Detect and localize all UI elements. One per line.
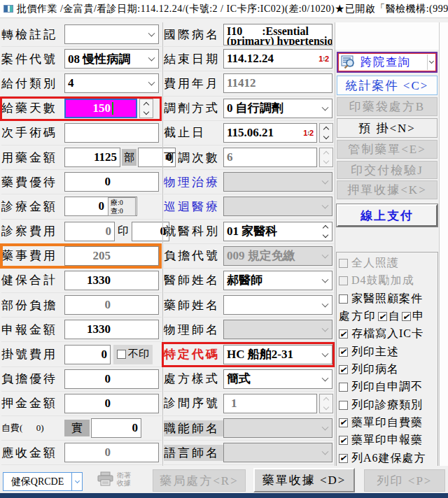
checkbox-print-self-declare[interactable]: 列印自申調不 <box>339 378 436 396</box>
dispensing-method-select[interactable]: 0 自行調劑 <box>223 99 332 118</box>
checkbox-whole-person-care[interactable]: 全人照護 <box>339 255 436 272</box>
checkbox-print-a6-nhi-rx[interactable]: ✔列A6建保處方 <box>339 449 436 467</box>
visit-department-spinner[interactable] <box>320 223 331 240</box>
checkbox-print-diagnosis[interactable]: ✔列印病名 <box>339 361 436 378</box>
deadline-date-input[interactable]: 115.06.21 1↕2 <box>223 123 317 143</box>
online-payment-button[interactable]: 線上支付 <box>337 204 438 227</box>
declared-amount-label: 申報金額 <box>1 322 64 338</box>
registration-fee-input[interactable]: 0 <box>64 345 111 364</box>
chevron-down-icon <box>323 404 329 410</box>
nhi-qrcode-label[interactable]: 健保QRCDE <box>3 472 72 491</box>
checkbox-print-chief-complaint[interactable]: ✔列印主述 <box>339 343 436 361</box>
copayment-input[interactable]: 0 <box>64 295 159 315</box>
chevron-down-icon <box>148 55 155 62</box>
checkbox[interactable]: ✔ <box>339 454 348 463</box>
checkbox[interactable] <box>339 401 348 410</box>
checkbox-d4-bonus[interactable]: D4鼓勵加成 <box>339 272 436 290</box>
row-self-pay: 自費( 0) 實 0 <box>1 416 162 441</box>
checkbox[interactable]: ✔ <box>339 418 348 427</box>
special-code-label: 特定代碼 <box>164 346 223 362</box>
chevron-down-icon[interactable] <box>323 232 328 237</box>
qrcode-dropdown-arrow[interactable] <box>72 472 83 491</box>
checkbox-family-doctor-case[interactable]: 家醫照顧案件 <box>339 290 436 308</box>
date-format-toggle-icon[interactable]: 1↕2 <box>303 129 314 137</box>
adjustable-times-input[interactable]: 6 <box>223 148 317 167</box>
date-format-toggle-icon[interactable]: 1↕2 <box>318 55 329 63</box>
middle-column: 國際病名 I10 :Essential(primary) hypertensio… <box>164 22 334 465</box>
copay-discount-label: 負擔優待 <box>1 371 64 387</box>
prescription-style-select[interactable]: 簡式 <box>223 369 332 389</box>
checkbox-drug-list-self-pay[interactable]: ✔藥單印自費藥 <box>339 414 436 432</box>
nhi-total-input[interactable]: 1330 <box>64 271 159 290</box>
checkbox[interactable] <box>339 383 348 392</box>
self-pay-input[interactable]: 0 <box>91 418 141 438</box>
no-print-checkbox[interactable] <box>117 350 126 359</box>
checkbox[interactable]: ✔ <box>339 329 348 339</box>
icd-name-input[interactable]: I10 :Essential(primary) hypertension <box>223 24 332 45</box>
drug-receipt-button[interactable]: 藥單收據 <D> <box>253 468 355 492</box>
payment-type-select[interactable]: 4 <box>64 73 159 93</box>
checkbox[interactable] <box>339 276 348 285</box>
checkbox[interactable]: ✔ <box>339 365 348 374</box>
checkbox[interactable]: ✔ <box>339 436 348 445</box>
rx-print-self-checkbox[interactable]: ✔ <box>378 312 387 321</box>
copay-discount-input[interactable]: 0 <box>64 369 159 389</box>
chevron-down-icon <box>322 178 329 185</box>
mobile-medical-label[interactable]: 巡迴醫療 <box>164 199 223 215</box>
chevron-up-icon[interactable] <box>323 225 328 230</box>
physical-therapist-label: 物理師名 <box>164 322 223 338</box>
doctor-name-select[interactable]: 郝醫師 <box>223 271 332 290</box>
case-code-select[interactable]: 08 慢性病調 <box>64 49 159 69</box>
chevron-up-icon[interactable] <box>323 127 329 132</box>
deadline-date-label: 截止日 <box>164 124 223 141</box>
row-nhi-total: 健保合計 1330 <box>1 269 162 293</box>
nhi-qrcode-button[interactable]: 健保QRCDE <box>3 472 83 491</box>
deadline-date-spinner[interactable] <box>319 123 333 143</box>
exam-fee-input[interactable]: 0 <box>64 222 115 241</box>
printer-icon <box>97 471 115 487</box>
chevron-down-icon[interactable] <box>144 108 149 114</box>
self-pay-label: 自費( 0) <box>1 422 63 434</box>
deposit-amount-input[interactable]: 0 <box>64 394 159 413</box>
drug-amount-input[interactable]: 1125 <box>64 148 120 167</box>
row-receivable: 應收金額 0 <box>1 441 162 465</box>
actual-tag: 實 <box>64 420 90 436</box>
clinic-serial-input[interactable]: 1 <box>223 394 317 413</box>
row-special-code: 特定代碼 HC 船舶2-31 <box>164 342 334 367</box>
checkbox[interactable] <box>339 259 348 268</box>
pre-registration-button[interactable]: 預 掛<N> <box>337 118 438 138</box>
print-delivery-test-button: 印交付檢驗J <box>337 161 438 179</box>
special-code-select[interactable]: HC 船舶2-31 <box>223 345 332 364</box>
declared-amount-input[interactable]: 1330 <box>64 320 159 339</box>
drug-days-input[interactable]: 150 <box>64 99 137 118</box>
query-dropdown-arrow[interactable] <box>427 55 435 70</box>
pharmacist-name-label: 藥師姓名 <box>164 297 223 313</box>
chevron-down-icon[interactable] <box>323 134 329 139</box>
drug-days-spinner[interactable] <box>139 99 153 118</box>
drug-discount-input[interactable]: 0 <box>64 172 159 192</box>
cross-hospital-query-button[interactable]: 跨院查詢 <box>337 52 438 73</box>
sub-surgery-input[interactable] <box>64 123 159 143</box>
visit-department-input[interactable]: 01 家醫科 <box>223 222 332 241</box>
checkbox[interactable] <box>339 294 348 304</box>
rx-print-declare-checkbox[interactable]: ✔ <box>402 312 411 321</box>
checkbox-drug-list-declared[interactable]: ✔藥單印申報藥 <box>339 432 436 449</box>
adjustable-times-label: 可調次數 <box>164 150 223 166</box>
receivable-input[interactable]: 0 <box>64 443 159 462</box>
checkbox-print-treatment-type[interactable]: 列印診療類別 <box>339 397 436 414</box>
pharmacist-name-select[interactable] <box>223 295 332 315</box>
right-strip <box>439 22 448 466</box>
end-date-input[interactable]: 114.12.24 1↕2 <box>223 49 332 69</box>
fee-year-month-input[interactable]: 11412 <box>223 73 332 93</box>
checkbox[interactable]: ✔ <box>339 348 348 357</box>
physical-therapy-select <box>223 172 332 192</box>
statistics-case-button[interactable]: 統計案件 <C> <box>337 76 438 95</box>
physical-therapy-label[interactable]: 物理治療 <box>164 174 223 190</box>
checkbox-save-write-ic[interactable]: ✔存檔寫入IC卡 <box>339 325 436 343</box>
transfer-note-select[interactable] <box>64 24 159 44</box>
receivable-label: 應收金額 <box>1 445 64 461</box>
physical-therapist-select <box>223 320 332 339</box>
chevron-up-icon[interactable] <box>144 101 149 107</box>
pharmacy-fee-input[interactable]: 205 <box>64 246 159 266</box>
cross-hospital-query-label: 跨院查詢 <box>360 55 411 70</box>
